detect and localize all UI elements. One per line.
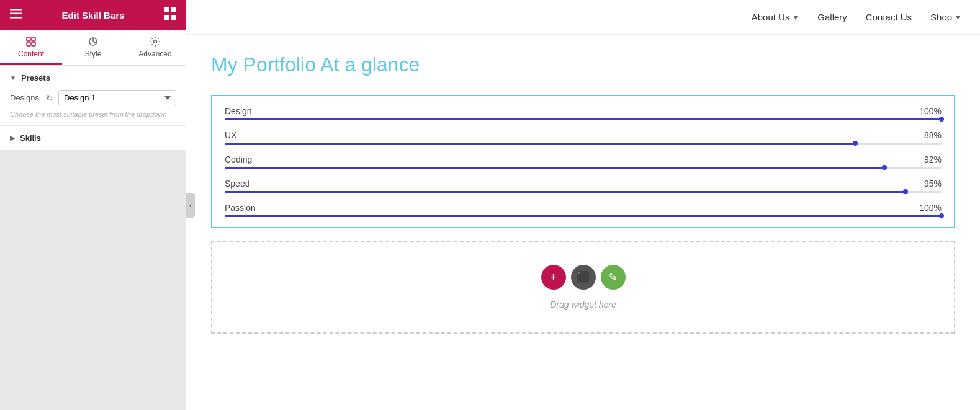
tab-content[interactable]: Content — [0, 30, 62, 65]
svg-rect-2 — [10, 17, 22, 19]
svg-point-12 — [154, 40, 157, 43]
sidebar-tabs: Content Style Advanced — [0, 30, 186, 66]
sidebar-body — [0, 150, 186, 410]
skill-bar-track — [225, 191, 942, 193]
skill-percent: 88% — [924, 130, 942, 140]
sidebar-title: Edit Skill Bars — [62, 10, 125, 20]
tab-advanced[interactable]: Advanced — [124, 30, 186, 65]
sidebar: Edit Skill Bars Content — [0, 0, 186, 410]
skill-percent: 100% — [919, 203, 942, 213]
nav-item-contact[interactable]: Contact Us — [866, 12, 912, 22]
skill-percent: 95% — [924, 179, 942, 189]
drag-widget-buttons: + ⬛ ✎ — [541, 265, 626, 290]
move-widget-button[interactable]: ⬛ — [571, 265, 596, 290]
drag-widget-area[interactable]: + ⬛ ✎ Drag widget here — [211, 241, 955, 334]
sidebar-wrapper: Edit Skill Bars Content — [0, 0, 186, 410]
refresh-icon[interactable]: ↻ — [46, 93, 53, 103]
skill-bar-fill — [225, 215, 942, 217]
presets-collapse-icon: ▼ — [10, 74, 16, 81]
skill-bar-track — [225, 143, 942, 145]
presets-section-header[interactable]: ▼ Presets — [10, 73, 176, 82]
skill-bar-row: Speed 95% — [225, 179, 942, 193]
skill-name: Passion — [225, 203, 256, 213]
svg-rect-1 — [10, 13, 22, 15]
tab-style[interactable]: Style — [62, 30, 124, 65]
skills-collapse-icon: ▶ — [10, 135, 15, 141]
add-widget-button[interactable]: + — [541, 265, 566, 290]
skill-bar-row: Coding 92% — [225, 154, 942, 169]
nav-item-gallery[interactable]: Gallery — [817, 12, 847, 22]
svg-rect-6 — [171, 15, 176, 20]
svg-rect-8 — [32, 37, 35, 41]
skill-name: Speed — [225, 179, 249, 189]
presets-section: ▼ Presets Designs ↻ Design 1 Design 2 De… — [0, 66, 186, 126]
svg-rect-4 — [171, 7, 176, 12]
top-nav: About Us ▼ Gallery Contact Us Shop ▼ — [186, 0, 980, 35]
designs-row: Designs ↻ Design 1 Design 2 Design 3 — [10, 90, 176, 105]
skill-bar-fill — [225, 118, 942, 120]
chevron-down-icon: ▼ — [792, 14, 799, 21]
grid-icon[interactable] — [164, 7, 176, 22]
skill-bar-track — [225, 167, 942, 169]
skill-bar-track — [225, 215, 942, 217]
svg-rect-3 — [164, 7, 169, 12]
svg-rect-7 — [27, 37, 30, 41]
nav-item-shop[interactable]: Shop ▼ — [930, 12, 961, 22]
sidebar-collapse-handle[interactable]: ‹ — [186, 193, 195, 218]
svg-rect-0 — [10, 9, 22, 11]
skill-name: Coding — [225, 154, 252, 164]
page-title: My Portfolio At a glance — [211, 53, 955, 76]
preset-hint: Choose the most suitable preset from the… — [10, 110, 176, 118]
skills-label: Skills — [20, 133, 41, 143]
skills-section-header[interactable]: ▶ Skills — [10, 133, 176, 143]
skill-bar-fill — [225, 143, 855, 145]
main-content: About Us ▼ Gallery Contact Us Shop ▼ My … — [186, 0, 980, 410]
svg-rect-5 — [164, 15, 169, 20]
skill-bar-track — [225, 118, 942, 120]
skill-bars-widget: Design 100% UX 88% Coding 92% — [211, 95, 955, 228]
page-content: My Portfolio At a glance Design 100% UX … — [186, 35, 980, 410]
presets-label: Presets — [21, 73, 50, 82]
skills-section: ▶ Skills — [0, 126, 186, 150]
svg-rect-10 — [32, 42, 35, 46]
nav-item-about[interactable]: About Us ▼ — [752, 12, 799, 22]
sidebar-header: Edit Skill Bars — [0, 0, 186, 30]
hamburger-icon[interactable] — [10, 9, 22, 21]
skill-bar-fill — [225, 167, 884, 169]
drag-hint: Drag widget here — [550, 300, 616, 310]
skill-name: UX — [225, 130, 236, 140]
skill-percent: 100% — [919, 106, 942, 116]
skill-bar-row: Passion 100% — [225, 203, 942, 217]
skill-name: Design — [225, 106, 252, 116]
skill-percent: 92% — [924, 154, 942, 164]
edit-widget-button[interactable]: ✎ — [601, 265, 626, 290]
designs-select[interactable]: Design 1 Design 2 Design 3 — [58, 90, 176, 105]
svg-rect-9 — [27, 42, 30, 46]
skill-bar-row: Design 100% — [225, 106, 942, 120]
skill-bar-row: UX 88% — [225, 130, 942, 145]
skill-bar-fill — [225, 191, 906, 193]
chevron-down-icon-shop: ▼ — [955, 14, 961, 21]
designs-label: Designs — [10, 93, 41, 102]
